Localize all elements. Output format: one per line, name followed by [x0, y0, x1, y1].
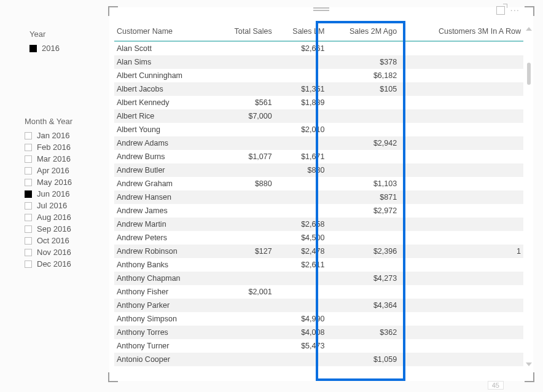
cell-sales-2m — [327, 231, 399, 245]
slicer-month-item[interactable]: Jun 2016 — [25, 188, 104, 200]
cell-sales-lm — [275, 55, 327, 69]
visual-drag-handle[interactable] — [313, 6, 329, 12]
cell-sales-lm — [275, 136, 327, 150]
cell-customers-3m — [399, 285, 523, 299]
slicer-month-item[interactable]: Feb 2016 — [25, 141, 104, 153]
checkbox-icon[interactable] — [25, 190, 32, 198]
vertical-scrollbar[interactable] — [526, 26, 532, 369]
slicer-month-item[interactable]: Sep 2016 — [25, 223, 104, 235]
slicer-month-item[interactable]: Apr 2016 — [25, 165, 104, 176]
slicer-month-item[interactable]: Jul 2016 — [25, 200, 104, 211]
more-options-icon[interactable]: ··· — [510, 6, 520, 15]
table-row[interactable]: Albert Rice$7,000 — [114, 109, 523, 123]
table-row[interactable]: Andrew Burns$1,077$1,671 — [114, 150, 523, 163]
cell-sales-2m — [327, 109, 399, 123]
checkbox-icon[interactable] — [25, 237, 32, 245]
cell-sales-2m — [327, 123, 399, 136]
slicer-month-item[interactable]: Aug 2016 — [25, 211, 104, 223]
checkbox-icon[interactable] — [25, 225, 32, 233]
table-row[interactable]: Anthony Chapman$4,273 — [114, 272, 523, 285]
checkbox-icon[interactable] — [29, 45, 37, 52]
table-row[interactable]: Albert Jacobs$1,351$105 — [114, 82, 523, 96]
scroll-thumb[interactable] — [527, 63, 531, 85]
table-row[interactable]: Andrew Graham$880$1,103 — [114, 177, 523, 190]
cell-sales-lm: $5,473 — [275, 339, 327, 353]
table-row[interactable]: Andrew James$2,972 — [114, 204, 523, 218]
table-visual[interactable]: ··· Customer Name Total Sales Sales LM S… — [109, 7, 533, 381]
cell-customer-name: Andrew Graham — [114, 177, 214, 190]
checkbox-icon[interactable] — [25, 261, 32, 268]
col-header-customers-3m[interactable]: Customers 3M In A Row — [399, 23, 523, 41]
scroll-up-icon[interactable] — [526, 27, 532, 31]
checkbox-icon[interactable] — [25, 214, 32, 221]
table-row[interactable]: Anthony Torres$4,008$362 — [114, 326, 523, 339]
cell-sales-lm: $6,583 — [275, 366, 327, 370]
slicer-item-label: Sep 2016 — [37, 224, 71, 233]
checkbox-icon[interactable] — [25, 132, 32, 139]
resize-handle-tl[interactable] — [108, 6, 118, 16]
slicer-month-item[interactable]: Mar 2016 — [25, 153, 104, 165]
table-row[interactable]: Anthony Fisher$2,001 — [114, 285, 523, 299]
table-row[interactable]: Antonio Cooper$1,059 — [114, 353, 523, 366]
table-row[interactable]: Andrew Butler$880 — [114, 163, 523, 177]
slicer-item-label: Jan 2016 — [37, 131, 70, 140]
slicer-month-year-title: Month & Year — [25, 117, 104, 126]
resize-handle-br[interactable] — [525, 372, 534, 382]
checkbox-icon[interactable] — [25, 202, 32, 210]
slicer-year-item[interactable]: 2016 — [29, 42, 97, 54]
slicer-month-item[interactable]: Oct 2016 — [25, 235, 104, 246]
table-row[interactable]: Anthony Parker$4,364 — [114, 299, 523, 312]
slicer-month-item[interactable]: May 2016 — [25, 176, 104, 188]
cell-sales-lm — [275, 285, 327, 299]
table-row[interactable]: Albert Cunningham$6,182 — [114, 69, 523, 82]
table-row[interactable]: Albert Kennedy$561$1,889 — [114, 96, 523, 109]
checkbox-icon[interactable] — [25, 144, 32, 151]
cell-sales-2m: $4,273 — [327, 272, 399, 285]
cell-sales-2m: $362 — [327, 326, 399, 339]
table-row[interactable]: Alan Sims$378 — [114, 55, 523, 69]
cell-total-sales — [214, 55, 275, 69]
slicer-item-label: Aug 2016 — [37, 213, 71, 222]
table-scroll-area[interactable]: Customer Name Total Sales Sales LM Sales… — [114, 23, 523, 370]
table-row[interactable]: Andrew Hansen$871 — [114, 190, 523, 204]
report-canvas: Year 2016 Month & Year Jan 2016Feb 2016M… — [0, 0, 543, 392]
cell-customer-name: Andrew Burns — [114, 150, 214, 163]
col-header-total-sales[interactable]: Total Sales — [214, 23, 275, 41]
cell-customer-name: Anthony Parker — [114, 299, 214, 312]
cell-total-sales — [214, 231, 275, 245]
col-header-sales-lm[interactable]: Sales LM — [275, 23, 327, 41]
cell-customer-name: Anthony Chapman — [114, 272, 214, 285]
slicer-month-item[interactable]: Jan 2016 — [25, 130, 104, 141]
table-row[interactable]: Alan Scott$2,661 — [114, 41, 523, 55]
col-header-customer-name[interactable]: Customer Name — [114, 23, 214, 41]
table-row[interactable]: Andrew Martin$2,658 — [114, 218, 523, 231]
slicer-item-label: 2016 — [42, 44, 60, 53]
table-row[interactable]: Andrew Peters$4,500 — [114, 231, 523, 245]
checkbox-icon[interactable] — [25, 167, 32, 174]
table-row[interactable]: Anthony Turner$5,473 — [114, 339, 523, 353]
resize-handle-tr[interactable] — [525, 6, 534, 16]
focus-mode-icon[interactable] — [496, 6, 505, 15]
slicer-month-item[interactable]: Nov 2016 — [25, 246, 104, 258]
horizontal-scroll-area[interactable]: 45 — [109, 372, 522, 380]
checkbox-icon[interactable] — [25, 155, 32, 163]
cell-customer-name: Anthony Turner — [114, 339, 214, 353]
cell-total-sales — [214, 353, 275, 366]
slicer-month-year[interactable]: Month & Year Jan 2016Feb 2016Mar 2016Apr… — [25, 117, 104, 270]
table-row[interactable]: Antonio Frazier$6,583 — [114, 366, 523, 370]
scroll-down-icon[interactable] — [526, 363, 532, 366]
table-row[interactable]: Anthony Banks$2,611 — [114, 258, 523, 272]
table-row[interactable]: Anthony Simpson$4,990 — [114, 312, 523, 326]
cell-customer-name: Albert Jacobs — [114, 82, 214, 96]
slicer-year[interactable]: Year 2016 — [29, 29, 97, 54]
table-row[interactable]: Albert Young$2,010 — [114, 123, 523, 136]
slicer-month-item[interactable]: Dec 2016 — [25, 258, 104, 270]
cell-customers-3m — [399, 123, 523, 136]
checkbox-icon[interactable] — [25, 249, 32, 256]
table-row[interactable]: Andrew Adams$2,942 — [114, 136, 523, 150]
checkbox-icon[interactable] — [25, 179, 32, 186]
cell-total-sales — [214, 258, 275, 272]
col-header-sales-2m[interactable]: Sales 2M Ago — [327, 23, 399, 41]
cell-sales-2m — [327, 96, 399, 109]
table-row[interactable]: Andrew Robinson$127$2,478$2,3961 — [114, 245, 523, 258]
